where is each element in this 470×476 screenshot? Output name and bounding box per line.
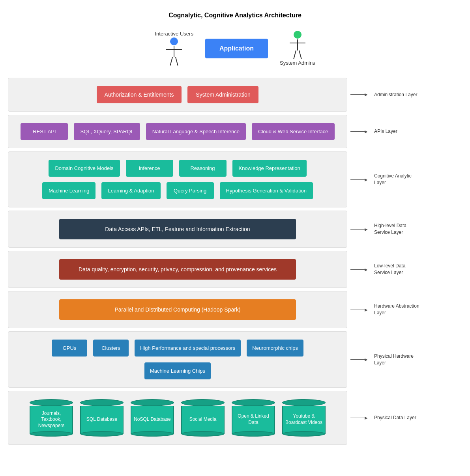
- label-cognitive: Cognitive AnalyticLayer: [374, 173, 412, 186]
- layer-cognitive: Domain Cognitive Models Inference Reason…: [8, 151, 462, 207]
- cylinder-linked: Open & Linked Data: [232, 399, 275, 437]
- head-admin: [294, 31, 301, 39]
- cylinder-sql: SQL Database: [80, 399, 124, 437]
- cylinder-social: Social Media: [181, 399, 225, 437]
- cyl-bottom-youtube: [282, 431, 326, 437]
- legs-user: [172, 57, 176, 66]
- label-administration: Administration Layer: [374, 91, 417, 98]
- users-row: Interactive Users Application: [0, 31, 470, 66]
- cognitive-rows: Domain Cognitive Models Inference Reason…: [16, 160, 339, 199]
- arrow-administration: [350, 92, 371, 97]
- cyl-bottom-nosql: [131, 431, 174, 437]
- cyl-bottom-linked: [232, 431, 275, 437]
- cylinder-nosql: NoSQL Database: [131, 399, 174, 437]
- leg-right-user: [175, 57, 178, 66]
- cyl-body-youtube: Youtube & Boardcast Videos: [282, 406, 326, 434]
- administration-boxes: Authorization & Entitlements System Admi…: [16, 86, 339, 103]
- label-physical-data: Physical Data Layer: [374, 414, 416, 421]
- box-neuromorphic: Neuromorphic chips: [247, 340, 303, 357]
- page-title: Cognalytic, Cognitive Analytics Architec…: [0, 8, 470, 19]
- arrow-cognitive: [350, 177, 371, 182]
- cylinder-journals: Journals, Textbook, Newspapers: [30, 399, 73, 437]
- box-auth-entitlements: Authorization & Entitlements: [97, 86, 182, 103]
- cyl-bottom-journals: [30, 431, 73, 437]
- box-high-performance: High Performance and special processors: [135, 340, 241, 357]
- label-area-physical-data: Physical Data Layer: [350, 414, 462, 421]
- layer-box-cognitive: Domain Cognitive Models Inference Reason…: [8, 151, 347, 207]
- box-cloud-web: Cloud & Web Service Interface: [252, 123, 335, 140]
- box-inference: Inference: [126, 160, 173, 177]
- label-physical-hardware: Physical HardwareLayer: [374, 353, 414, 366]
- box-reasoning: Reasoning: [179, 160, 227, 177]
- label-area-low-data: Low-level DataService Layer: [350, 263, 462, 276]
- body-admin: [297, 39, 298, 50]
- cylinder-youtube: Youtube & Boardcast Videos: [282, 399, 326, 437]
- low-data-boxes: Data quality, encryption, security, priv…: [16, 259, 339, 280]
- physical-hardware-boxes: GPUs Clusters High Performance and speci…: [16, 340, 339, 379]
- label-high-data: High-level DataService Layer: [374, 222, 406, 236]
- box-nlp-inference: Natural Language & Speech Inference: [146, 123, 246, 140]
- box-learning-adaption: Learning & Adaption: [101, 182, 160, 199]
- box-data-quality: Data quality, encryption, security, priv…: [59, 259, 296, 280]
- admin-users-figure: System Admins: [280, 31, 315, 66]
- cyl-body-social: Social Media: [181, 406, 225, 434]
- box-hypothesis: Hypothesis Generation & Validation: [220, 182, 313, 199]
- box-sql-xquery: SQL, XQuery, SPARQL: [74, 123, 140, 140]
- diagram-container: Authorization & Entitlements System Admi…: [0, 78, 470, 448]
- leg-right-admin: [299, 50, 302, 59]
- layer-box-apis: REST API SQL, XQuery, SPARQL Natural Lan…: [8, 115, 347, 148]
- application-button[interactable]: Application: [205, 39, 268, 58]
- apis-boxes: REST API SQL, XQuery, SPARQL Natural Lan…: [16, 123, 339, 140]
- layer-box-high-data: Data Access APIs, ETL, Feature and Infor…: [8, 211, 347, 248]
- stick-figure-user: [170, 37, 178, 66]
- layer-apis: REST API SQL, XQuery, SPARQL Natural Lan…: [8, 115, 462, 148]
- cognitive-row2: Machine Learning Learning & Adaption Que…: [16, 182, 339, 199]
- layer-box-administration: Authorization & Entitlements System Admi…: [8, 78, 347, 112]
- high-data-boxes: Data Access APIs, ETL, Feature and Infor…: [16, 219, 339, 239]
- interactive-users-label: Interactive Users: [155, 31, 193, 37]
- cyl-body-linked: Open & Linked Data: [232, 406, 275, 434]
- stick-figure-admin: [294, 31, 301, 59]
- label-low-data: Low-level DataService Layer: [374, 263, 405, 276]
- cyl-top-youtube: [282, 399, 326, 406]
- arms-admin: [290, 43, 305, 43]
- label-area-administration: Administration Layer: [350, 91, 462, 98]
- label-area-apis: APIs Layer: [350, 128, 462, 135]
- label-area-hardware-abstraction: Hardware AbstractionLayer: [350, 303, 462, 316]
- label-area-high-data: High-level DataService Layer: [350, 222, 462, 236]
- label-apis: APIs Layer: [374, 128, 397, 135]
- cyl-top-journals: [30, 399, 73, 406]
- box-system-admin: System Administration: [187, 86, 258, 103]
- label-hardware-abstraction: Hardware AbstractionLayer: [374, 303, 419, 316]
- arrow-low-data: [350, 267, 371, 272]
- layer-hardware-abstraction: Parallel and Distributed Computing (Hado…: [8, 291, 462, 328]
- cyl-top-linked: [232, 399, 275, 406]
- box-knowledge-rep: Knowledge Representation: [232, 160, 307, 177]
- box-parallel-computing: Parallel and Distributed Computing (Hado…: [59, 299, 296, 320]
- leg-left-user: [170, 57, 173, 66]
- arrow-physical-hardware: [350, 357, 371, 362]
- cyl-body-journals: Journals, Textbook, Newspapers: [30, 406, 73, 434]
- arrow-physical-data: [350, 416, 371, 420]
- cyl-top-sql: [80, 399, 124, 406]
- arrow-hardware-abstraction: [350, 308, 371, 312]
- layer-box-physical-data: Journals, Textbook, Newspapers SQL Datab…: [8, 391, 347, 445]
- layer-high-data: Data Access APIs, ETL, Feature and Infor…: [8, 211, 462, 248]
- body-user: [174, 46, 174, 57]
- cyl-body-sql: SQL Database: [80, 406, 124, 434]
- cylinders-row: Journals, Textbook, Newspapers SQL Datab…: [16, 399, 339, 437]
- box-gpus: GPUs: [52, 340, 87, 357]
- cyl-top-social: [181, 399, 225, 406]
- arrow-high-data: [350, 227, 371, 231]
- head-user: [170, 37, 178, 45]
- layer-physical-data: Journals, Textbook, Newspapers SQL Datab…: [8, 391, 462, 445]
- box-machine-learning: Machine Learning: [42, 182, 95, 199]
- label-area-physical-hardware: Physical HardwareLayer: [350, 353, 462, 366]
- cyl-body-nosql: NoSQL Database: [131, 406, 174, 434]
- layer-box-hardware-abstraction: Parallel and Distributed Computing (Hado…: [8, 291, 347, 328]
- label-area-cognitive: Cognitive AnalyticLayer: [350, 173, 462, 186]
- layer-box-physical-hardware: GPUs Clusters High Performance and speci…: [8, 331, 347, 388]
- box-query-parsing: Query Parsing: [167, 182, 214, 199]
- cyl-bottom-social: [181, 431, 225, 437]
- leg-left-admin: [293, 50, 296, 59]
